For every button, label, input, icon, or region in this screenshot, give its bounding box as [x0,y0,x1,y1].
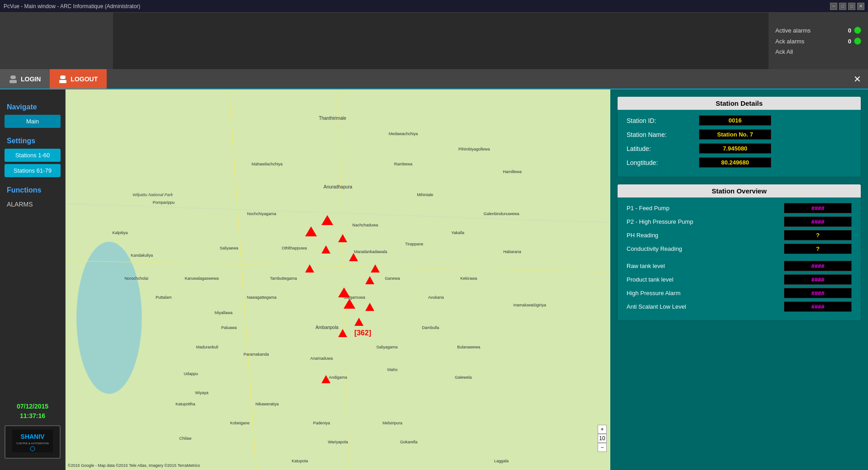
title-bar: PcVue - Main window - ARC Informatique (… [0,0,868,13]
map-marker[interactable] [338,287,350,297]
svg-rect-2 [60,75,66,79]
time-display: 11:37:16 [5,411,61,421]
active-alarms-count: 0 [848,27,851,34]
active-alarms-badge: 0 [848,27,861,34]
overview-value: #### [784,216,852,227]
header-logo [0,13,113,69]
map-marker[interactable] [321,215,333,225]
map-marker[interactable] [321,375,330,383]
login-button[interactable]: LOGIN [0,69,50,89]
zoom-level: 10 [598,434,607,443]
svg-text:Mihintale: Mihintale [417,193,433,197]
station-name-label: Station Name: [627,131,699,138]
map-marker[interactable] [305,226,317,236]
alarms-link[interactable]: ALARMS [5,198,61,211]
map-background: Thanthirimale Medawachchiya Pihimbiyagol… [66,89,610,470]
overview-row: P2 - High Pressure Pump#### [627,216,852,227]
station-id-label: Station ID: [627,117,699,124]
svg-text:Nawagattegama: Nawagattegama [247,295,277,300]
svg-text:Ganewa: Ganewa [385,276,400,281]
maximize-btn[interactable]: □ [848,3,855,10]
zoom-out-button[interactable]: − [598,443,607,452]
map-marker[interactable] [305,264,314,273]
navigate-title: Navigate [7,103,61,111]
svg-text:Pomparippu: Pomparippu [153,200,175,205]
svg-line-11 [66,261,610,272]
functions-title: Functions [7,186,61,194]
latitude-value: 7.945080 [699,143,771,154]
datetime-area: 07/12/2015 11:37:16 SHANIV CONTRE & AUTO… [5,402,61,463]
overview-value: ? [784,244,852,254]
ack-all-button[interactable]: Ack All [775,48,793,55]
svg-text:Nikaweratiya: Nikaweratiya [255,402,279,406]
overview-label: Conductivity Reading [627,245,784,252]
svg-text:Miyallawa: Miyallawa [215,310,233,315]
overview-row: High Pressure Alarm#### [627,288,852,298]
logout-icon [59,75,67,83]
overview-label: Product tank level [627,276,784,283]
svg-text:Paluawa: Paluawa [221,325,237,330]
svg-text:Saliyaewa: Saliyaewa [220,246,238,250]
map-marker[interactable] [321,245,330,254]
svg-rect-1 [9,80,17,83]
svg-rect-0 [10,75,16,79]
ack-alarms-badge: 0 [848,38,861,45]
svg-text:Bulanawewa: Bulanawewa [457,345,480,349]
close-btn[interactable]: ✕ [857,3,864,10]
map-cluster-label[interactable]: [362] [354,329,371,337]
svg-point-9 [76,242,142,394]
overview-label: Raw tank level [627,263,784,269]
svg-text:Wariyapola: Wariyapola [328,440,348,444]
logout-button[interactable]: LOGOUT [50,69,107,89]
station-name-row: Station Name: Station No. 7 [627,129,852,140]
svg-text:CONTRE & AUTOMATION: CONTRE & AUTOMATION [16,442,49,445]
svg-text:Pihimbiyagollewa: Pihimbiyagollewa [458,147,490,151]
ack-alarms-count: 0 [848,38,851,45]
restore-btn[interactable]: □ [839,3,846,10]
svg-text:Saliyagama: Saliyagama [376,345,397,349]
svg-text:Othlthappuwa: Othlthappuwa [282,246,307,250]
minimize-btn[interactable]: ─ [830,3,837,10]
svg-text:Inamaluwa: Inamaluwa [513,303,533,307]
map-marker[interactable] [354,318,363,326]
stations1-button[interactable]: Stations 1-60 [5,149,61,162]
latitude-label: Latitude: [627,145,699,152]
svg-text:Norochcholai: Norochcholai [124,276,148,281]
map-marker[interactable] [349,253,358,261]
map-marker[interactable] [338,234,347,242]
svg-text:Dambulla: Dambulla [422,325,439,330]
svg-text:Nochchiyagama: Nochchiyagama [247,212,277,216]
ack-all-row[interactable]: Ack All [775,48,861,55]
logout-label: LOGOUT [71,75,98,83]
auth-close-button[interactable]: ✕ [847,74,868,85]
map-marker[interactable] [344,299,355,309]
svg-text:Wiyaya: Wiyaya [195,390,208,395]
station-name-value: Station No. 7 [699,129,771,140]
overview-value: #### [784,274,852,285]
station-details-body: Station ID: 0016 Station Name: Station N… [618,110,861,177]
longitude-row: Longtitude: 80.249680 [627,157,852,168]
stations2-button[interactable]: Stations 61-79 [5,164,61,177]
main-nav-button[interactable]: Main [5,115,61,128]
map-marker[interactable] [338,329,347,337]
window-controls: ─ □ □ ✕ [830,3,864,10]
top-header: Active alarms 0 Ack alarms 0 Ack All [0,13,868,69]
svg-text:Medawachchiya: Medawachchiya [389,132,418,136]
svg-text:Andigama: Andigama [329,375,347,380]
overview-row: Conductivity Reading? [627,244,852,254]
map-marker[interactable] [371,264,380,273]
zoom-in-button[interactable]: + [598,425,607,434]
overview-value: ? [784,230,852,240]
station-id-row: Station ID: 0016 [627,115,852,126]
svg-text:Habarana: Habarana [503,249,521,254]
svg-text:Nachchaduwa: Nachchaduwa [352,223,378,227]
date-display: 07/12/2015 [5,402,61,411]
svg-text:Madurankuli: Madurankuli [196,345,218,349]
map-marker[interactable] [365,303,374,311]
svg-text:Katupottha: Katupottha [175,402,195,406]
svg-line-13 [66,204,610,223]
overview-row: PH Reading? [627,230,852,240]
svg-text:SHANIV: SHANIV [21,433,45,440]
map-marker[interactable] [365,276,374,284]
svg-text:Maradankadawala: Maradankadawala [354,249,387,254]
